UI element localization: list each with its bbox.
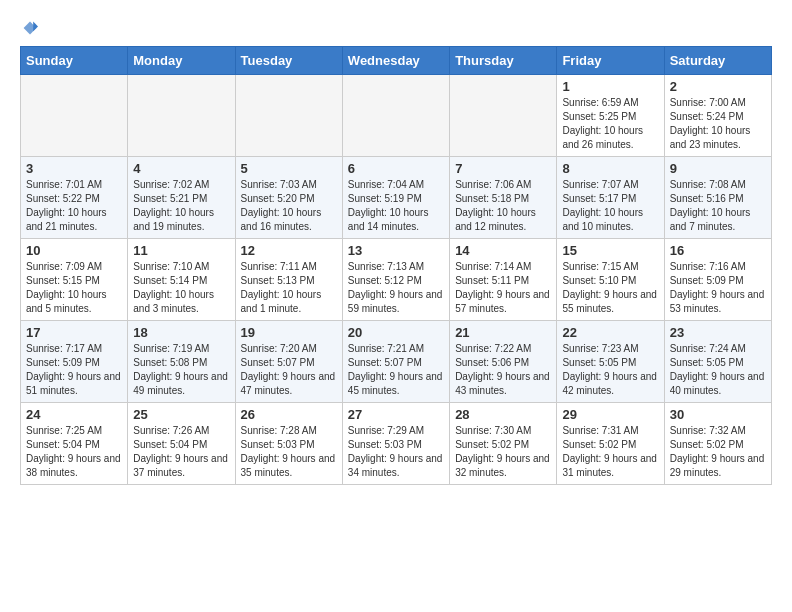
day-info: Sunrise: 7:24 AMSunset: 5:05 PMDaylight:… [670,342,766,398]
weekday-header-friday: Friday [557,47,664,75]
day-info: Sunrise: 7:01 AMSunset: 5:22 PMDaylight:… [26,178,122,234]
day-info: Sunrise: 7:23 AMSunset: 5:05 PMDaylight:… [562,342,658,398]
calendar-cell: 16Sunrise: 7:16 AMSunset: 5:09 PMDayligh… [664,239,771,321]
day-info: Sunrise: 7:04 AMSunset: 5:19 PMDaylight:… [348,178,444,234]
calendar-cell: 9Sunrise: 7:08 AMSunset: 5:16 PMDaylight… [664,157,771,239]
logo-text [20,20,38,36]
weekday-header-saturday: Saturday [664,47,771,75]
day-number: 7 [455,161,551,176]
day-info: Sunrise: 7:21 AMSunset: 5:07 PMDaylight:… [348,342,444,398]
day-number: 9 [670,161,766,176]
calendar-cell: 8Sunrise: 7:07 AMSunset: 5:17 PMDaylight… [557,157,664,239]
calendar-cell: 23Sunrise: 7:24 AMSunset: 5:05 PMDayligh… [664,321,771,403]
calendar-cell: 27Sunrise: 7:29 AMSunset: 5:03 PMDayligh… [342,403,449,485]
calendar-cell [342,75,449,157]
day-info: Sunrise: 7:22 AMSunset: 5:06 PMDaylight:… [455,342,551,398]
day-number: 13 [348,243,444,258]
calendar-cell: 20Sunrise: 7:21 AMSunset: 5:07 PMDayligh… [342,321,449,403]
day-info: Sunrise: 7:08 AMSunset: 5:16 PMDaylight:… [670,178,766,234]
day-info: Sunrise: 7:20 AMSunset: 5:07 PMDaylight:… [241,342,337,398]
calendar-cell: 2Sunrise: 7:00 AMSunset: 5:24 PMDaylight… [664,75,771,157]
calendar-cell: 19Sunrise: 7:20 AMSunset: 5:07 PMDayligh… [235,321,342,403]
header [20,20,772,36]
day-number: 18 [133,325,229,340]
day-number: 3 [26,161,122,176]
weekday-header-thursday: Thursday [450,47,557,75]
calendar-cell: 7Sunrise: 7:06 AMSunset: 5:18 PMDaylight… [450,157,557,239]
day-number: 12 [241,243,337,258]
day-number: 26 [241,407,337,422]
day-info: Sunrise: 7:15 AMSunset: 5:10 PMDaylight:… [562,260,658,316]
day-info: Sunrise: 7:02 AMSunset: 5:21 PMDaylight:… [133,178,229,234]
day-info: Sunrise: 7:06 AMSunset: 5:18 PMDaylight:… [455,178,551,234]
day-info: Sunrise: 7:17 AMSunset: 5:09 PMDaylight:… [26,342,122,398]
day-number: 29 [562,407,658,422]
day-number: 14 [455,243,551,258]
weekday-header-sunday: Sunday [21,47,128,75]
day-info: Sunrise: 6:59 AMSunset: 5:25 PMDaylight:… [562,96,658,152]
day-info: Sunrise: 7:28 AMSunset: 5:03 PMDaylight:… [241,424,337,480]
svg-marker-1 [33,22,38,32]
day-info: Sunrise: 7:16 AMSunset: 5:09 PMDaylight:… [670,260,766,316]
day-info: Sunrise: 7:30 AMSunset: 5:02 PMDaylight:… [455,424,551,480]
calendar-cell: 22Sunrise: 7:23 AMSunset: 5:05 PMDayligh… [557,321,664,403]
calendar-week-row: 1Sunrise: 6:59 AMSunset: 5:25 PMDaylight… [21,75,772,157]
day-info: Sunrise: 7:03 AMSunset: 5:20 PMDaylight:… [241,178,337,234]
calendar-cell: 26Sunrise: 7:28 AMSunset: 5:03 PMDayligh… [235,403,342,485]
calendar-cell [235,75,342,157]
day-number: 19 [241,325,337,340]
day-info: Sunrise: 7:32 AMSunset: 5:02 PMDaylight:… [670,424,766,480]
day-number: 16 [670,243,766,258]
calendar-cell: 18Sunrise: 7:19 AMSunset: 5:08 PMDayligh… [128,321,235,403]
page: SundayMondayTuesdayWednesdayThursdayFrid… [0,0,792,495]
calendar-cell: 4Sunrise: 7:02 AMSunset: 5:21 PMDaylight… [128,157,235,239]
day-info: Sunrise: 7:19 AMSunset: 5:08 PMDaylight:… [133,342,229,398]
day-info: Sunrise: 7:00 AMSunset: 5:24 PMDaylight:… [670,96,766,152]
calendar-cell: 10Sunrise: 7:09 AMSunset: 5:15 PMDayligh… [21,239,128,321]
day-number: 30 [670,407,766,422]
day-number: 11 [133,243,229,258]
calendar-week-row: 24Sunrise: 7:25 AMSunset: 5:04 PMDayligh… [21,403,772,485]
day-info: Sunrise: 7:07 AMSunset: 5:17 PMDaylight:… [562,178,658,234]
calendar-cell: 1Sunrise: 6:59 AMSunset: 5:25 PMDaylight… [557,75,664,157]
day-number: 21 [455,325,551,340]
day-info: Sunrise: 7:14 AMSunset: 5:11 PMDaylight:… [455,260,551,316]
day-number: 24 [26,407,122,422]
day-number: 6 [348,161,444,176]
calendar-week-row: 17Sunrise: 7:17 AMSunset: 5:09 PMDayligh… [21,321,772,403]
calendar-cell: 14Sunrise: 7:14 AMSunset: 5:11 PMDayligh… [450,239,557,321]
day-info: Sunrise: 7:29 AMSunset: 5:03 PMDaylight:… [348,424,444,480]
logo-icon [22,20,38,36]
logo [20,20,38,36]
day-info: Sunrise: 7:09 AMSunset: 5:15 PMDaylight:… [26,260,122,316]
day-info: Sunrise: 7:31 AMSunset: 5:02 PMDaylight:… [562,424,658,480]
calendar-cell: 6Sunrise: 7:04 AMSunset: 5:19 PMDaylight… [342,157,449,239]
day-number: 20 [348,325,444,340]
day-number: 28 [455,407,551,422]
calendar-cell: 11Sunrise: 7:10 AMSunset: 5:14 PMDayligh… [128,239,235,321]
day-number: 8 [562,161,658,176]
day-number: 4 [133,161,229,176]
calendar-week-row: 10Sunrise: 7:09 AMSunset: 5:15 PMDayligh… [21,239,772,321]
calendar-cell: 3Sunrise: 7:01 AMSunset: 5:22 PMDaylight… [21,157,128,239]
calendar-cell: 30Sunrise: 7:32 AMSunset: 5:02 PMDayligh… [664,403,771,485]
calendar-cell: 12Sunrise: 7:11 AMSunset: 5:13 PMDayligh… [235,239,342,321]
day-number: 5 [241,161,337,176]
weekday-header-monday: Monday [128,47,235,75]
day-number: 2 [670,79,766,94]
day-number: 25 [133,407,229,422]
weekday-header-row: SundayMondayTuesdayWednesdayThursdayFrid… [21,47,772,75]
calendar-cell: 28Sunrise: 7:30 AMSunset: 5:02 PMDayligh… [450,403,557,485]
calendar-cell: 15Sunrise: 7:15 AMSunset: 5:10 PMDayligh… [557,239,664,321]
day-info: Sunrise: 7:10 AMSunset: 5:14 PMDaylight:… [133,260,229,316]
calendar-cell [21,75,128,157]
calendar-cell: 24Sunrise: 7:25 AMSunset: 5:04 PMDayligh… [21,403,128,485]
calendar-cell: 25Sunrise: 7:26 AMSunset: 5:04 PMDayligh… [128,403,235,485]
calendar-cell: 29Sunrise: 7:31 AMSunset: 5:02 PMDayligh… [557,403,664,485]
day-number: 22 [562,325,658,340]
weekday-header-wednesday: Wednesday [342,47,449,75]
day-info: Sunrise: 7:26 AMSunset: 5:04 PMDaylight:… [133,424,229,480]
calendar: SundayMondayTuesdayWednesdayThursdayFrid… [20,46,772,485]
day-number: 1 [562,79,658,94]
weekday-header-tuesday: Tuesday [235,47,342,75]
